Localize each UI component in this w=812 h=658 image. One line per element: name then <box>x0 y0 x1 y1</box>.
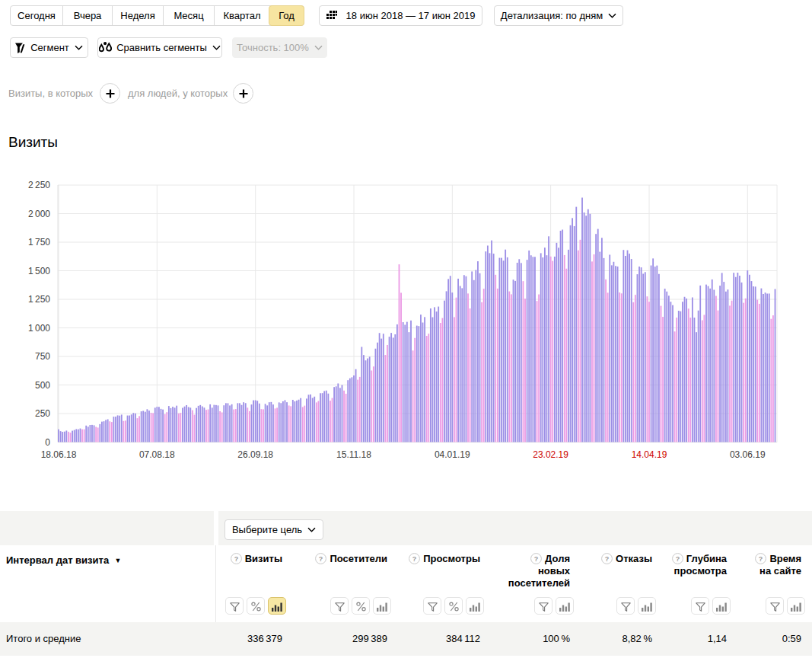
svg-text:23.02.19: 23.02.19 <box>533 449 568 460</box>
svg-text:04.01.19: 04.01.19 <box>435 449 470 460</box>
svg-text:1 500: 1 500 <box>28 266 50 276</box>
svg-text:07.08.18: 07.08.18 <box>139 449 175 460</box>
svg-text:?: ? <box>319 555 323 563</box>
svg-text:750: 750 <box>35 351 50 362</box>
svg-text:1 750: 1 750 <box>28 237 50 248</box>
svg-text:26.09.18: 26.09.18 <box>237 449 273 460</box>
svg-text:2 000: 2 000 <box>28 209 50 219</box>
svg-text:03.06.19: 03.06.19 <box>730 449 766 460</box>
svg-text:?: ? <box>759 555 763 563</box>
svg-text:18.06.18: 18.06.18 <box>41 449 77 460</box>
svg-text:500: 500 <box>35 380 50 391</box>
svg-text:2 250: 2 250 <box>28 180 50 190</box>
svg-text:250: 250 <box>35 408 50 419</box>
svg-text:1 250: 1 250 <box>28 294 50 305</box>
svg-text:15.11.18: 15.11.18 <box>336 449 371 460</box>
svg-text:1 000: 1 000 <box>28 323 50 334</box>
svg-text:?: ? <box>534 555 539 563</box>
svg-text:0: 0 <box>45 437 50 448</box>
svg-text:?: ? <box>676 555 680 563</box>
svg-text:?: ? <box>412 555 417 563</box>
svg-text:14.04.19: 14.04.19 <box>632 449 667 460</box>
svg-text:?: ? <box>234 555 238 563</box>
svg-text:?: ? <box>605 555 610 563</box>
